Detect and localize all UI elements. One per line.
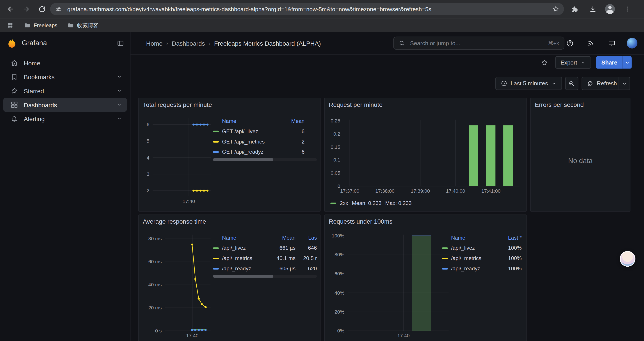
help-icon[interactable] xyxy=(564,37,576,49)
refresh-interval-dropdown[interactable] xyxy=(618,77,630,90)
panel-title[interactable]: Requests under 100ms xyxy=(329,218,392,225)
panel-title[interactable]: Request per minute xyxy=(329,101,382,108)
chevron-down-icon xyxy=(624,60,630,65)
chevron-down-icon[interactable] xyxy=(116,88,123,94)
chevron-down-icon[interactable] xyxy=(116,102,123,108)
site-info-icon[interactable] xyxy=(52,3,64,15)
panel-requests-under-100ms: Requests under 100ms 100%80%60%40%20%0%1… xyxy=(324,214,526,341)
series-color-dash xyxy=(442,257,448,259)
panel-title[interactable]: Total requests per minute xyxy=(143,101,212,108)
monitor-icon[interactable] xyxy=(606,37,617,49)
legend-header-mean[interactable]: Mean xyxy=(272,234,296,240)
panel-request-per-minute: Request per minute 0.250.20.150.10.05017… xyxy=(324,98,526,212)
zoom-out-button[interactable] xyxy=(565,77,578,90)
time-controls: Last 5 minutes Refresh xyxy=(130,76,644,90)
breadcrumb-separator: › xyxy=(209,40,210,46)
y-axis-tick-label: 0 s xyxy=(155,328,162,333)
series-name[interactable]: /api/_readyz xyxy=(222,265,272,272)
forward-icon[interactable] xyxy=(20,3,32,15)
bar-chart[interactable]: 0.250.20.150.10.05017:37:0017:38:0017:39… xyxy=(328,115,524,196)
series-mean: 6 xyxy=(284,128,305,134)
reload-icon[interactable] xyxy=(36,3,48,15)
panel-title[interactable]: Average response time xyxy=(143,218,206,225)
series-last: 100% xyxy=(497,245,522,251)
legend-header: Name Last * xyxy=(442,232,522,243)
timeseries-chart[interactable]: 6543217:40 xyxy=(142,115,212,207)
breadcrumb-dashboards[interactable]: Dashboards xyxy=(172,40,205,47)
download-icon[interactable] xyxy=(587,3,598,15)
legend-header-mean[interactable]: Mean xyxy=(284,118,305,124)
sidebar-item-label: Bookmarks xyxy=(24,73,54,80)
url-text[interactable]: grafana.mathmast.com/d/deytv4rwavabkb/fr… xyxy=(67,6,550,12)
bar-chart[interactable]: 100%80%60%40%20%0%17:40 xyxy=(328,231,451,341)
scrollbar-thumb[interactable] xyxy=(213,158,273,161)
series-name[interactable]: GET /api/_readyz xyxy=(222,149,284,155)
y-axis-tick-label: 80 ms xyxy=(148,236,162,242)
series-name[interactable]: /api/_livez xyxy=(222,245,272,251)
browser-menu-icon[interactable] xyxy=(622,3,633,15)
series-name[interactable]: /api/_metrics xyxy=(222,255,272,261)
page-header: Home › Dashboards › Freeleaps Metrics Da… xyxy=(130,32,644,55)
legend-header-last[interactable]: Las xyxy=(296,234,317,240)
x-axis-tick-label: 17:40:00 xyxy=(446,188,465,194)
export-button[interactable]: Export xyxy=(555,56,591,69)
grafana-logo[interactable] xyxy=(6,38,17,49)
time-range-picker[interactable]: Last 5 minutes xyxy=(496,77,562,90)
user-avatar[interactable] xyxy=(627,38,638,49)
legend-header-name[interactable]: Name xyxy=(222,118,284,124)
back-icon[interactable] xyxy=(5,3,16,15)
series-name[interactable]: GET /api/_livez xyxy=(222,128,284,134)
series-name[interactable]: GET /api/_metrics xyxy=(222,138,284,145)
series-name[interactable]: /api/_metrics xyxy=(451,255,497,261)
bookmark-folder-freeleaps[interactable]: Freeleaps xyxy=(24,22,58,29)
breadcrumb-current: Freeleaps Metrics Dashboard (ALPHA) xyxy=(214,40,321,47)
series-last: 620 xyxy=(296,265,317,272)
sidebar-item-dashboards[interactable]: Dashboards xyxy=(3,98,127,112)
series-name[interactable]: /api/_livez xyxy=(451,245,497,251)
refresh-button[interactable]: Refresh xyxy=(582,77,622,90)
scrollbar-thumb[interactable] xyxy=(213,275,273,278)
x-axis-tick-label: 17:40 xyxy=(182,198,195,204)
series-color-dash xyxy=(213,247,219,249)
sidebar-item-alerting[interactable]: Alerting xyxy=(3,112,127,126)
bookmark-star-icon[interactable] xyxy=(550,3,561,15)
search-input[interactable] xyxy=(409,40,546,47)
search-bar[interactable]: ⌘+k xyxy=(393,37,564,50)
news-rss-icon[interactable] xyxy=(585,37,596,49)
sidebar-item-starred[interactable]: Starred xyxy=(3,84,127,98)
apps-grid-icon[interactable] xyxy=(6,20,14,31)
chart-canvas xyxy=(142,115,212,207)
y-axis-tick-label: 40 ms xyxy=(148,282,162,288)
series-name[interactable]: /api/_readyz xyxy=(451,265,497,272)
y-axis-tick-label: 60% xyxy=(334,271,344,277)
legend-header-name[interactable]: Name xyxy=(222,234,272,240)
panel-title[interactable]: Errors per second xyxy=(535,101,584,108)
dock-sidebar-icon[interactable] xyxy=(116,39,124,47)
chevron-down-icon[interactable] xyxy=(116,74,123,80)
breadcrumb-home[interactable]: Home xyxy=(146,40,163,47)
legend-header-last[interactable]: Last * xyxy=(497,234,522,240)
timeseries-chart[interactable]: 80 ms60 ms40 ms20 ms0 s17:40 xyxy=(142,231,212,341)
share-button[interactable]: Share xyxy=(596,56,623,69)
chevron-down-icon xyxy=(622,81,627,86)
sidebar-item-home[interactable]: Home xyxy=(3,56,127,70)
panel-legend: Name Last * /api/_livez 100% /api/_metri… xyxy=(442,232,522,279)
browser-profile-avatar[interactable] xyxy=(605,4,615,14)
extensions-icon[interactable] xyxy=(569,3,580,15)
sidebar-item-bookmarks[interactable]: Bookmarks xyxy=(3,70,127,84)
folder-icon xyxy=(67,22,74,29)
floating-assistant-avatar[interactable] xyxy=(620,251,636,267)
series-mean-stat: Mean: 0.233 xyxy=(352,200,382,206)
chevron-down-icon[interactable] xyxy=(116,115,123,122)
share-dropdown-button[interactable] xyxy=(623,56,632,69)
legend-header-name[interactable]: Name xyxy=(451,234,497,240)
series-color-dash xyxy=(442,247,448,249)
url-bar[interactable]: grafana.mathmast.com/d/deytv4rwavabkb/fr… xyxy=(50,3,564,15)
favorite-star-icon[interactable] xyxy=(539,57,550,68)
y-axis-tick-label: 60 ms xyxy=(148,259,162,265)
y-axis-tick-label: 0.15 xyxy=(331,144,340,150)
bookmark-folder-blogs[interactable]: 收藏博客 xyxy=(67,22,98,29)
series-color-dash xyxy=(213,141,219,142)
series-name[interactable]: 2xx xyxy=(340,200,348,206)
legend-header: Name Mean xyxy=(213,115,317,126)
